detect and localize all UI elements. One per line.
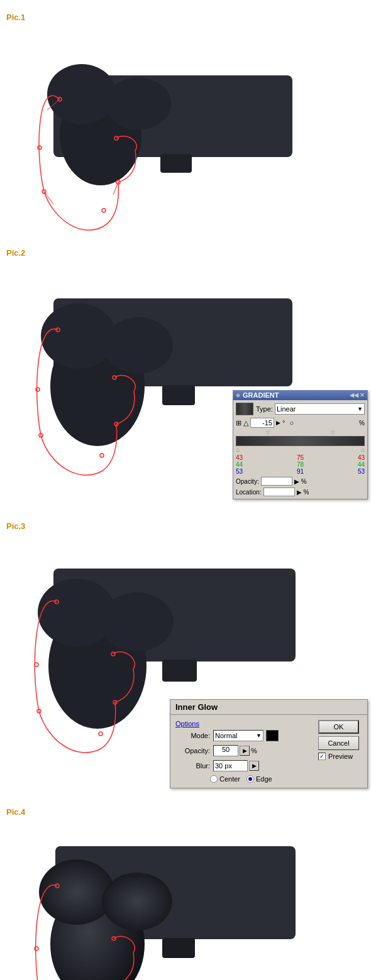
gradient-panel-grip: ◆ [236, 392, 240, 398]
svg-point-33 [99, 732, 102, 736]
gradient-icon1: ⊞ [236, 419, 241, 427]
color-mid-b: 91 [297, 468, 304, 475]
color-col-right: 43 44 53 [358, 454, 365, 475]
gradient-angle-symbol: ° [282, 419, 285, 427]
svg-rect-18 [162, 385, 195, 405]
ig-mode-select[interactable]: Normal ▼ [213, 730, 263, 741]
ig-blur-label: Blur: [175, 762, 210, 770]
gradient-location-pct: % [304, 489, 309, 496]
inner-glow-right: OK Cancel ✓ Preview [318, 720, 362, 783]
preview-checkbox[interactable]: ✓ [318, 753, 326, 760]
pic1-section: Pic.1 [0, 13, 371, 239]
ig-mode-value: Normal [215, 732, 237, 739]
gradient-type-select[interactable]: Linear ▼ [275, 403, 365, 415]
gradient-pct-icon: % [359, 420, 365, 427]
gradient-opacity-row: Opacity: ▶ % [236, 477, 365, 486]
ig-center-radio[interactable]: Center [210, 775, 240, 783]
ig-edge-label: Edge [256, 775, 272, 783]
gradient-type-label: Type: [256, 405, 273, 413]
pic4-svg [0, 820, 371, 980]
gradient-bar-container: ▽ ▽ △ △ [236, 430, 365, 452]
pic2-section: Pic.2 [0, 248, 371, 512]
pic3-section: Pic.3 [0, 521, 371, 798]
svg-point-16 [41, 303, 116, 369]
svg-point-9 [38, 146, 42, 150]
pic4-label: Pic.4 [6, 807, 371, 817]
svg-point-38 [39, 859, 114, 925]
ig-mode-label: Mode: [175, 732, 210, 739]
ig-blur-input[interactable]: 30 px [213, 760, 248, 771]
inner-glow-panel: Inner Glow Options Mode: Normal ▼ [170, 699, 368, 788]
svg-point-17 [104, 317, 173, 374]
gradient-type-dropdown-arrow: ▼ [357, 406, 363, 412]
ig-radio-row: Center Edge [210, 775, 313, 783]
gradient-location-arrow[interactable]: ▶ [297, 489, 302, 496]
ig-mode-dropdown-arrow: ▼ [256, 732, 262, 739]
svg-point-39 [102, 873, 172, 930]
inner-glow-titlebar: Inner Glow [170, 700, 367, 715]
ig-mode-row: Mode: Normal ▼ [175, 730, 313, 741]
gradient-location-input[interactable] [263, 487, 295, 496]
ig-center-radio-btn[interactable] [210, 775, 218, 783]
color-mid-g: 78 [297, 461, 304, 468]
pic1-label: Pic.1 [6, 13, 371, 22]
gradient-angle-value: -15 [262, 419, 272, 427]
gradient-collapse-icon[interactable]: ◀◀ [350, 392, 358, 398]
gradient-close-icon[interactable]: ✕ [360, 392, 365, 398]
color-mid-r: 75 [297, 454, 304, 461]
inner-glow-body: Options Mode: Normal ▼ Opacity [170, 715, 367, 788]
color-left-b: 53 [236, 468, 243, 475]
gradient-angle-row: ⊞ △ -15 ▶ ° ○ % [236, 418, 365, 428]
ig-opacity-arrow[interactable]: ▶ [240, 746, 250, 756]
gradient-arrow-btn[interactable]: ▶ [276, 420, 280, 426]
ig-opacity-input[interactable]: 50 [213, 745, 238, 756]
ig-edge-radio-btn[interactable] [246, 775, 254, 783]
gradient-panel-titlebar: ◆ GRADIENT ◀◀ ✕ [233, 390, 367, 400]
svg-rect-40 [162, 938, 195, 958]
svg-rect-29 [162, 660, 197, 682]
gradient-opacity-input[interactable] [261, 477, 292, 486]
gradient-opacity-pct: % [301, 478, 307, 485]
ig-edge-radio[interactable]: Edge [246, 775, 272, 783]
svg-point-8 [102, 209, 106, 212]
preview-label: Preview [328, 753, 353, 760]
ig-center-label: Center [219, 775, 240, 783]
pic3-canvas: Inner Glow Options Mode: Normal ▼ [0, 534, 371, 798]
pic3-label: Pic.3 [6, 521, 371, 531]
inner-glow-title: Inner Glow [175, 702, 218, 712]
stop-top-right: ▽ [331, 430, 335, 435]
color-right-g: 44 [358, 461, 365, 468]
stop-bot-left: △ [236, 447, 240, 452]
color-right-b: 53 [358, 468, 365, 475]
gradient-colors-row: 43 44 53 75 78 91 43 44 53 [236, 454, 365, 475]
color-left-r: 43 [236, 454, 243, 461]
gradient-angle-input[interactable]: -15 [250, 418, 274, 428]
stop-bot-right: △ [361, 447, 365, 452]
svg-point-3 [106, 77, 171, 130]
gradient-bar[interactable] [236, 436, 365, 446]
gradient-circle-icon: ○ [289, 419, 294, 427]
pic1-svg [0, 25, 371, 239]
ok-button[interactable]: OK [318, 720, 359, 734]
svg-point-2 [47, 64, 116, 124]
color-left-g: 44 [236, 461, 243, 468]
pic2-label: Pic.2 [6, 248, 371, 258]
svg-line-12 [113, 182, 118, 195]
color-col-left: 43 44 53 [236, 454, 243, 475]
svg-point-28 [101, 592, 174, 651]
svg-point-22 [100, 454, 104, 457]
gradient-swatch[interactable] [236, 403, 253, 415]
ig-blur-arrow[interactable]: ▶ [249, 761, 259, 771]
ig-color-swatch[interactable] [266, 730, 279, 741]
gradient-location-label: Location: [236, 489, 262, 496]
gradient-opacity-label: Opacity: [236, 478, 259, 485]
cancel-button[interactable]: Cancel [318, 736, 359, 750]
page-container: Pic.1 [0, 0, 371, 980]
preview-row: ✓ Preview [318, 753, 362, 760]
gradient-opacity-arrow[interactable]: ▶ [294, 478, 299, 485]
stop-top-left: ▽ [266, 430, 270, 435]
ig-opacity-value: 50 [222, 746, 230, 753]
pic4-canvas [0, 820, 371, 980]
svg-rect-4 [160, 154, 192, 173]
options-link[interactable]: Options [175, 720, 313, 727]
